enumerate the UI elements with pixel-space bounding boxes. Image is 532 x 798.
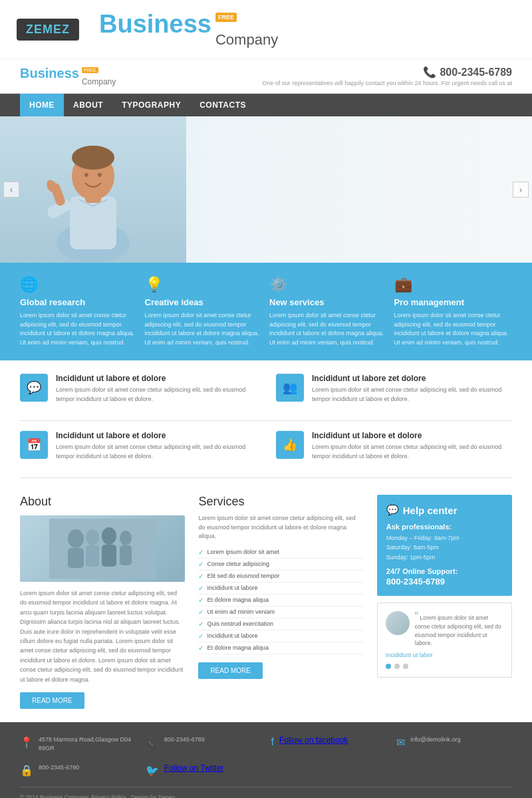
checkmark-icon: ✓ <box>198 620 203 628</box>
list-item: ✓ Incididunt ut labore <box>198 583 363 595</box>
checkmark-icon: ✓ <box>198 632 203 640</box>
list-item: ✓ Et dolore magna aliqua <box>198 595 363 606</box>
separator-1 <box>20 420 512 421</box>
about-title: About <box>20 495 185 509</box>
calendar-icon: 📅 <box>20 431 48 459</box>
svg-point-5 <box>84 173 88 177</box>
group-icon: 👥 <box>276 374 304 402</box>
global-icon: 🌐 <box>20 276 138 293</box>
info-1-desc: Lorem ipsum dolor sit amet conse ctetur … <box>56 386 256 404</box>
dot-2[interactable] <box>394 664 400 669</box>
feature-global: 🌐 Global research Lorem ipsum dolor sit … <box>20 276 138 347</box>
feature-creative-desc: Lorem ipsum dolor sit amet conse ctetur … <box>145 311 263 347</box>
testimonial-link[interactable]: Incididunt ut labor <box>386 652 503 658</box>
list-item: ✓ Et dolore magna aliqua <box>198 642 363 654</box>
site-header: Business FREE Company 📞 800-2345-6789 On… <box>0 59 532 94</box>
dot-3[interactable] <box>403 664 408 669</box>
brand-title: Business FREE Company <box>99 10 278 49</box>
testimonial-dots <box>386 664 503 669</box>
separator-2 <box>20 477 512 478</box>
header-contact: 📞 800-2345-6789 One of our representativ… <box>262 66 512 86</box>
info-block-3: 📅 Incididunt ut labore et dolore Lorem i… <box>20 431 256 461</box>
phone-icon: 📞 <box>423 66 436 78</box>
footer-phone1-text: 800-2345-6789 <box>164 735 205 745</box>
twitter-link[interactable]: Follow on Twitter <box>164 763 224 773</box>
info-block-1: 💬 Incididunt ut labore et dolore Lorem i… <box>20 374 256 404</box>
footer-address: 📍 4578 Marmora Road,Glasgow D04 89GR <box>20 735 136 753</box>
help-column: 💬 Help center Ask professionals: Monday … <box>377 495 512 678</box>
info-section-2: 📅 Incididunt ut labore et dolore Lorem i… <box>0 424 532 474</box>
info-4-desc: Lorem ipsum dolor sit amet conse ctetur … <box>312 443 512 461</box>
zemez-logo[interactable]: ZEMEZ <box>17 19 79 41</box>
footer-phone2: 🔒 800-2345-6790 <box>20 763 136 777</box>
thumbsup-icon: 👍 <box>276 431 304 459</box>
about-read-more-button[interactable]: READ MORE <box>20 692 84 709</box>
help-chat-icon: 💬 <box>386 504 399 516</box>
info-4-title: Incididunt ut labore et dolore <box>312 431 512 440</box>
checkmark-icon: ✓ <box>198 549 203 556</box>
management-icon: 💼 <box>394 276 513 293</box>
footer-email-text: info@demolink.org <box>410 735 460 745</box>
feature-creative-title: Creative ideas <box>145 297 263 307</box>
footer-grid: 📍 4578 Marmora Road,Glasgow D04 89GR 📞 8… <box>20 735 512 777</box>
svg-point-6 <box>98 173 102 177</box>
info-2-title: Incididunt ut labore zet dolore <box>312 374 512 383</box>
svg-rect-1 <box>70 196 116 249</box>
nav-home[interactable]: HOME <box>20 94 64 116</box>
svg-rect-16 <box>102 545 116 567</box>
site-footer: 📍 4578 Marmora Road,Glasgow D04 89GR 📞 8… <box>0 722 532 798</box>
testimonial-box: “ Lorem ipsum dolor sit amet conse ctetu… <box>377 602 512 678</box>
feature-global-title: Global research <box>20 297 138 307</box>
services-column: Services Lorem ipsum dolor sit amet cons… <box>198 495 363 679</box>
nav-about[interactable]: ABOUT <box>64 94 112 116</box>
footer-address-text: 4578 Marmora Road,Glasgow D04 89GR <box>39 735 136 753</box>
testimonial-text: “ Lorem ipsum dolor sit amet conse ctetu… <box>415 611 503 648</box>
ask-title: Ask professionals: <box>386 523 503 531</box>
brand-business: Business <box>99 10 211 39</box>
svg-rect-14 <box>86 545 99 567</box>
header-phone: 📞 800-2345-6789 <box>262 66 512 78</box>
checkmark-icon: ✓ <box>198 573 203 580</box>
hero-prev-button[interactable]: ‹ <box>3 182 19 198</box>
services-title: Services <box>198 495 363 509</box>
svg-point-17 <box>120 531 132 545</box>
testimonial-avatar <box>386 611 410 635</box>
info-block-4: 👍 Incididunt ut labore et dolore Lorem i… <box>276 431 512 461</box>
nav-typography[interactable]: TYPOGRAPHY <box>112 94 190 116</box>
features-bar: 🌐 Global research Lorem ipsum dolor sit … <box>0 263 532 360</box>
feature-management: 💼 Pro management Lorem ipsum dolor sit a… <box>394 276 513 347</box>
footer-email: ✉ info@demolink.org <box>396 735 512 753</box>
hero-person-image <box>0 116 186 263</box>
brand-bar: ZEMEZ Business FREE Company <box>0 0 532 59</box>
bottom-section: About Lorem ipsum dolor sit amet conse c… <box>0 481 532 722</box>
nav-contacts[interactable]: CONTACTS <box>190 94 255 116</box>
checkmark-icon: ✓ <box>198 644 203 652</box>
quote-icon: “ <box>415 610 418 622</box>
location-icon: 📍 <box>20 736 33 749</box>
about-text: Lorem ipsum dolor sit amet conse ctetur … <box>20 589 185 684</box>
svg-point-4 <box>72 146 114 170</box>
services-read-more-button[interactable]: READ MORE <box>198 662 263 679</box>
hero-section: ‹ Helping with any of you <box>0 116 532 263</box>
header-logo-company: Company <box>82 77 116 86</box>
support-phone: 800-2345-6789 <box>386 577 503 587</box>
footer-phone-icon: 📞 <box>146 736 159 749</box>
services-icon: ⚙️ <box>269 276 388 293</box>
info-section: 💬 Incididunt ut labore et dolore Lorem i… <box>0 360 532 417</box>
facebook-link[interactable]: Follow on facebook <box>279 735 348 745</box>
header-free-badge: FREE <box>82 67 98 73</box>
svg-point-11 <box>68 529 84 548</box>
header-logo-business: Business <box>20 66 79 81</box>
support-title: 24/7 Online Support: <box>386 567 503 575</box>
about-image <box>20 515 185 582</box>
info-3-desc: Lorem ipsum dolor sit amet conse ctetur … <box>56 443 256 461</box>
help-center-title: 💬 Help center <box>386 504 503 516</box>
hero-next-button[interactable]: › <box>513 182 529 198</box>
email-icon: ✉ <box>396 736 405 749</box>
services-intro: Lorem ipsum dolor sit amet conse ctetur … <box>198 514 363 541</box>
info-3-title: Incididunt ut labore et dolore <box>56 431 256 440</box>
dot-1[interactable] <box>386 664 391 669</box>
footer-twitter: 🐦 Follow on Twitter <box>146 763 261 777</box>
services-list: ✓ Lorem ipsum dolor sit amet ✓ Conse cte… <box>198 547 363 654</box>
feature-global-desc: Lorem ipsum dolor sit amet conse ctetur … <box>20 311 138 347</box>
